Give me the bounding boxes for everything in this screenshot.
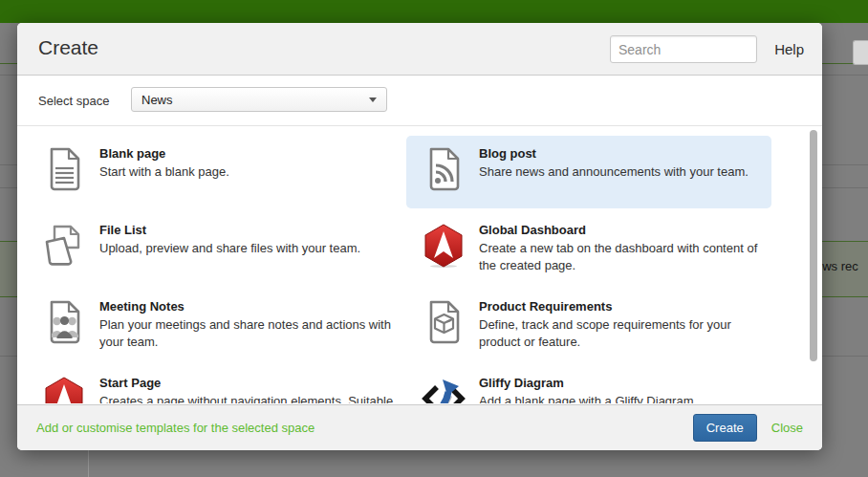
template-description: Start with a blank page. (99, 163, 229, 181)
meeting-notes-icon (42, 300, 86, 344)
blog-post-icon (422, 147, 466, 191)
template-description: Define, track and scope requirements for… (479, 316, 762, 351)
template-title: Blog post (479, 146, 749, 162)
file-list-icon (42, 224, 86, 268)
gliffy-diagram-icon (422, 377, 466, 403)
template-title: Start Page (99, 376, 393, 391)
template-text: File List Upload, preview and share file… (99, 222, 360, 257)
create-dialog: Create Help Select space News (17, 23, 822, 450)
template-description: Creates a page without navigation elemen… (99, 393, 393, 403)
space-select-value: News (141, 93, 369, 107)
template-text: Blog post Share news and announcements w… (479, 145, 749, 181)
select-space-row: Select space News (17, 76, 822, 125)
create-button[interactable]: Create (693, 414, 757, 442)
background-app-header (0, 0, 868, 23)
start-page-icon (42, 377, 86, 403)
template-text: Meeting Notes Plan your meetings and sha… (99, 298, 394, 351)
template-option[interactable]: Meeting Notes Plan your meetings and sha… (27, 289, 406, 361)
template-description: Create a new tab on the dashboard with c… (479, 240, 762, 274)
help-link[interactable]: Help (774, 41, 804, 57)
template-option[interactable]: Global Dashboard Create a new tab on the… (406, 212, 771, 285)
template-option[interactable]: File List Upload, preview and share file… (27, 212, 406, 285)
list-scrollbar-thumb[interactable] (810, 130, 817, 361)
template-item-start-page: Start Page Creates a page without naviga… (27, 363, 406, 403)
template-text: Start Page Creates a page without naviga… (99, 375, 393, 403)
global-dashboard-icon (422, 224, 466, 268)
template-title: Global Dashboard (479, 223, 762, 238)
dialog-title: Create (38, 36, 98, 59)
template-text: Product Requirements Define, track and s… (479, 298, 762, 351)
template-description: Add a blank page with a Gliffy Diagram. (479, 393, 697, 403)
template-title: File List (99, 223, 360, 238)
template-description: Plan your meetings and share notes and a… (99, 316, 394, 351)
product-requirements-icon (422, 300, 466, 344)
blank-page-icon (42, 147, 86, 191)
template-item-meeting-notes: Meeting Notes Plan your meetings and sha… (27, 287, 406, 363)
customise-templates-link[interactable]: Add or customise templates for the selec… (36, 421, 693, 435)
template-item-blank-page: Blank page Start with a blank page. (27, 134, 406, 210)
template-item-file-list: File List Upload, preview and share file… (27, 210, 406, 287)
template-title: Blank page (99, 146, 229, 162)
template-description: Upload, preview and share files with you… (99, 240, 360, 257)
search-input[interactable] (610, 35, 757, 63)
template-item-gliffy-diagram: Gliffy Diagram Add a blank page with a G… (406, 363, 771, 403)
template-option[interactable]: Product Requirements Define, track and s… (406, 289, 771, 361)
background-column-divider (88, 450, 89, 477)
template-option[interactable]: Blank page Start with a blank page. (27, 136, 406, 208)
template-list: Blank page Start with a blank page. (17, 125, 822, 403)
select-space-label: Select space (38, 94, 109, 108)
template-text: Global Dashboard Create a new tab on the… (479, 222, 762, 274)
template-option[interactable]: Gliffy Diagram Add a blank page with a G… (406, 365, 771, 403)
template-description: Share news and announcements with your t… (479, 163, 749, 181)
dialog-header: Create Help (17, 23, 822, 76)
template-text: Blank page Start with a blank page. (99, 145, 229, 181)
template-title: Product Requirements (479, 299, 762, 314)
template-item-product-requirements: Product Requirements Define, track and s… (406, 287, 771, 363)
template-option[interactable]: Blog post Share news and announcements w… (406, 136, 771, 208)
template-text: Gliffy Diagram Add a blank page with a G… (479, 375, 697, 403)
template-item-blog-post: Blog post Share news and announcements w… (406, 134, 771, 210)
template-title: Gliffy Diagram (479, 376, 697, 391)
template-grid: Blank page Start with a blank page. (17, 126, 822, 403)
template-item-global-dashboard: Global Dashboard Create a new tab on the… (406, 210, 771, 287)
chevron-down-icon (369, 98, 377, 102)
template-option[interactable]: Start Page Creates a page without naviga… (27, 365, 406, 403)
template-title: Meeting Notes (99, 299, 394, 314)
space-select[interactable]: News (131, 87, 387, 112)
dialog-footer: Add or customise templates for the selec… (17, 404, 822, 450)
close-link[interactable]: Close (771, 421, 803, 435)
background-button-fragment (853, 40, 868, 65)
